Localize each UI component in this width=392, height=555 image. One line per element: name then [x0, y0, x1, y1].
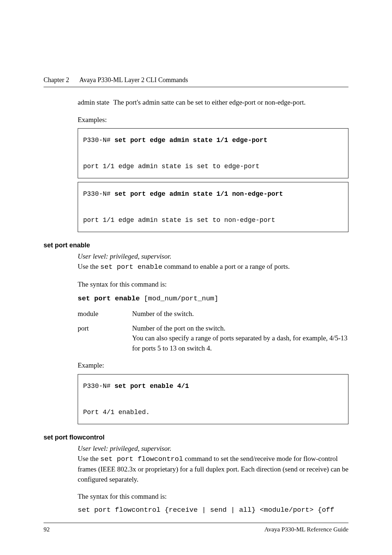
desc-code: set port enable	[100, 263, 162, 271]
section-enable-content: User level: privileged, supervisor. Use …	[44, 251, 348, 424]
desc: Use the set port flowcontrol command to …	[78, 454, 348, 485]
desc-post: command to enable a port or a range of p…	[162, 263, 290, 270]
param-module: module Number of the switch.	[78, 309, 348, 319]
output: Port 4/1 enabled.	[83, 409, 150, 416]
page-content: admin state The port's admin satte can b…	[44, 97, 348, 232]
desc-pre: Use the	[78, 455, 100, 462]
chapter-header: Chapter 2 Avaya P330-ML Layer 2 CLI Comm…	[44, 76, 348, 87]
param-desc: The port's admin satte can be set to eit…	[113, 97, 348, 108]
cmd: set port enable 4/1	[114, 382, 189, 390]
params-block: module Number of the switch. port Number…	[78, 309, 348, 353]
examples-label: Examples:	[78, 115, 348, 125]
user-level: User level: privileged, supervisor.	[78, 251, 348, 262]
desc: Use the set port enable command to enabl…	[78, 262, 348, 272]
prompt: P330-N#	[83, 190, 114, 198]
syntax-args: [mod_num/port_num]	[140, 295, 219, 303]
param-label: module	[78, 309, 132, 319]
example-box-enable: P330-N# set port enable 4/1 Port 4/1 ena…	[78, 374, 348, 424]
syntax-line: set port flowcontrol {receive | send | a…	[78, 505, 348, 515]
prompt: P330-N#	[83, 382, 114, 390]
user-level: User level: privileged, supervisor.	[78, 443, 348, 454]
admin-state-param: admin state The port's admin satte can b…	[78, 97, 348, 108]
chapter-number: Chapter 2	[44, 76, 69, 84]
section-heading-enable: set port enable	[44, 242, 348, 249]
output: port 1/1 edge admin state is set to edge…	[83, 163, 260, 170]
section-heading-flowcontrol: set port flowcontrol	[44, 434, 348, 441]
page-number: 92	[44, 526, 50, 533]
cmd: set port edge admin state 1/1 edge-port	[114, 137, 267, 144]
desc-code: set port flowcontrol	[100, 455, 183, 463]
syntax-line: set port enable [mod_num/port_num]	[78, 293, 348, 304]
param-desc: Number of the switch.	[132, 309, 348, 319]
example-box-1: P330-N# set port edge admin state 1/1 ed…	[78, 128, 348, 178]
param-port: port Number of the port on the switch. Y…	[78, 323, 348, 353]
param-label: admin state	[78, 97, 113, 108]
example-label: Example:	[78, 360, 348, 370]
prompt: P330-N#	[83, 137, 114, 144]
syntax-label: The syntax for this command is:	[78, 491, 348, 502]
doc-title: Avaya P330-ML Reference Guide	[264, 526, 348, 533]
chapter-title: Avaya P330-ML Layer 2 CLI Commands	[79, 76, 188, 84]
section-flowcontrol-content: User level: privileged, supervisor. Use …	[44, 443, 348, 515]
syntax-label: The syntax for this command is:	[78, 279, 348, 289]
page-footer: 92 Avaya P330-ML Reference Guide	[44, 523, 348, 533]
syntax-cmd: set port enable	[78, 295, 140, 303]
param-desc: Number of the port on the switch. You ca…	[132, 323, 348, 353]
cmd: set port edge admin state 1/1 non-edge-p…	[114, 190, 283, 198]
param-label: port	[78, 323, 132, 353]
example-box-2: P330-N# set port edge admin state 1/1 no…	[78, 182, 348, 232]
output: port 1/1 edge admin state is set to non-…	[83, 216, 275, 224]
desc-pre: Use the	[78, 263, 100, 270]
